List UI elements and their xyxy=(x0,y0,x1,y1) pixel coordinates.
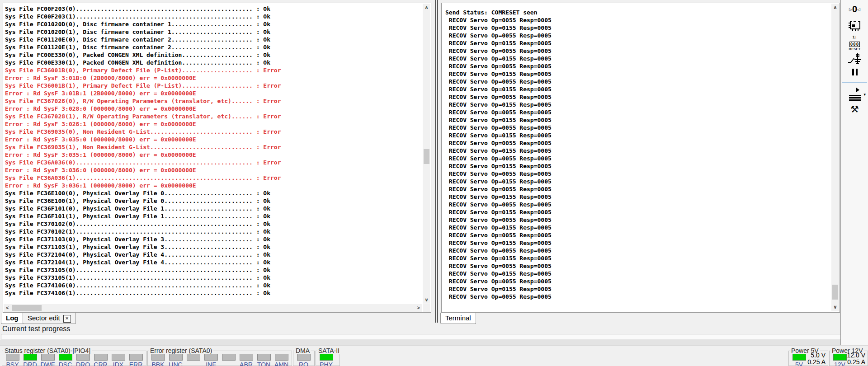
log-line: Sys File FC00F203(0)....................… xyxy=(5,5,414,13)
led-label: DRQ xyxy=(74,361,92,366)
IDX-led xyxy=(112,354,125,361)
led-label: IDX xyxy=(109,361,127,366)
log-line: Sys File FC00E330(1), Packed CONGEN XML … xyxy=(5,59,414,66)
log-line: RECOV Servo Op=0055 Resp=0005 xyxy=(445,247,827,254)
RQ-led xyxy=(297,354,311,361)
power-12v-amps: 0.25 A xyxy=(847,358,865,366)
terminal-vscroll-thumb[interactable] xyxy=(832,285,838,300)
log-vertical-scrollbar[interactable]: ∧ ∨ xyxy=(423,4,430,304)
power-12v-group: Power 12V 12V 12.0 V 0.25 A xyxy=(829,351,868,366)
app-window: Sys File FC00F203(0)....................… xyxy=(0,0,868,366)
log-line: Sys File FC374106(0)....................… xyxy=(5,282,414,289)
led-indicator: UNC xyxy=(167,354,184,366)
5V-led xyxy=(793,354,806,361)
log-line: RECOV Servo Op=0155 Resp=0005 xyxy=(445,208,827,216)
tab-terminal[interactable]: Terminal xyxy=(440,313,476,324)
log-line: Sys File FC370102(0)....................… xyxy=(5,220,414,228)
tab-log[interactable]: Log xyxy=(1,313,24,324)
terminal-content: Send Status: COMRESET seen RECOV Servo O… xyxy=(445,9,827,307)
chip-icon[interactable] xyxy=(841,19,868,33)
log-line: Error : Rd SysF 3:01B:1 (2B0000/8000) er… xyxy=(5,89,414,97)
log-line: Error : Rd SysF 3:036:0 (000000/8000) er… xyxy=(5,166,414,174)
log-line: Sys File FC367028(1), R/W Operating Para… xyxy=(5,113,414,120)
progress-bar xyxy=(1,334,868,339)
scroll-right-icon[interactable]: > xyxy=(415,304,422,312)
play-triangle-icon xyxy=(856,88,859,92)
right-toolbar: ▷0◁ 1↓ 000 RESET xyxy=(840,0,868,345)
close-icon[interactable]: ✕ xyxy=(63,315,71,323)
tools-icon[interactable]: ⚒ xyxy=(841,104,868,115)
log-line: Sys File FC01020D(0), Disc firmware cont… xyxy=(5,20,414,28)
start-test-icon[interactable]: ▾ xyxy=(841,86,868,102)
log-line: RECOV Servo Op=0155 Resp=0005 xyxy=(445,239,827,247)
log-line: Sys File FC373105(0)....................… xyxy=(5,266,414,274)
toolbar-separator xyxy=(842,82,867,83)
scroll-up-icon[interactable]: ∧ xyxy=(831,4,839,11)
log-line: RECOV Servo Op=0055 Resp=0005 xyxy=(445,231,827,239)
led-indicator: DRD xyxy=(21,354,39,366)
scroll-down-icon[interactable]: ∨ xyxy=(831,303,839,311)
recalibrate-zero-icon[interactable]: ▷0◁ xyxy=(841,4,868,15)
sata-group: SATA-II PHY xyxy=(316,351,340,366)
log-line: Error : Rd SysF 3:028:1 (000000/8000) er… xyxy=(5,120,414,128)
reset-counter-icon[interactable]: 1↓ 000 RESET xyxy=(841,35,868,51)
scrollbar-corner xyxy=(423,304,430,312)
tab-log-label: Log xyxy=(6,314,19,322)
log-line: RECOV Servo Op=0155 Resp=0005 xyxy=(445,224,827,231)
log-line: Error : Rd SysF 3:036:1 (000000/8000) er… xyxy=(5,182,414,189)
log-hscroll-thumb[interactable] xyxy=(12,305,42,311)
INF-led xyxy=(204,354,218,361)
log-line: Error : Rd SysF 3:028:0 (000000/8000) er… xyxy=(5,105,414,113)
led-label: DRD xyxy=(21,361,39,366)
power-5v-amps: 0.25 A xyxy=(807,358,826,366)
log-line: RECOV Servo Op=0155 Resp=0005 xyxy=(445,147,827,155)
led-label: DSC xyxy=(57,361,74,366)
log-vscroll-thumb[interactable] xyxy=(424,149,429,164)
log-horizontal-scrollbar[interactable]: < > xyxy=(4,304,422,312)
DRQ-led xyxy=(76,354,90,361)
log-line: Error : Rd SysF 3:035:1 (000000/8000) er… xyxy=(5,151,414,159)
status-register-title: Status register (SATA0)-[PIO4] xyxy=(3,347,92,354)
led-label: INF xyxy=(202,361,220,366)
led-indicator: CRR xyxy=(92,354,109,366)
log-line: RECOV Servo Op=0055 Resp=0005 xyxy=(445,78,827,85)
terminal-vertical-scrollbar[interactable]: ∧ ∨ xyxy=(831,4,839,311)
log-line: RECOV Servo Op=0155 Resp=0005 xyxy=(445,131,827,139)
ERR-led xyxy=(129,354,143,361)
progress-label: Current test progress xyxy=(2,325,70,333)
12V-led xyxy=(833,354,847,361)
led-label: PHY xyxy=(317,361,335,366)
power-5v-group: Power 5V 5V 5.0 V 0.25 A xyxy=(788,351,828,366)
log-line: RECOV Servo Op=0055 Resp=0005 xyxy=(445,124,827,131)
scroll-up-icon[interactable]: ∧ xyxy=(423,4,430,11)
log-line: Sys File FC01020D(1), Disc firmware cont… xyxy=(5,28,414,36)
panel-splitter[interactable] xyxy=(433,0,440,323)
power-switch-icon[interactable] xyxy=(841,52,868,68)
dropdown-caret-icon[interactable]: ▾ xyxy=(863,92,866,97)
log-line: RECOV Servo Op=0155 Resp=0005 xyxy=(445,85,827,93)
log-line: Sys File FC370102(1)....................… xyxy=(5,228,414,235)
scroll-left-icon[interactable]: < xyxy=(4,304,11,312)
left-triangle-icon: ▷ xyxy=(849,7,852,12)
log-line: Sys File FC367028(0), R/W Operating Para… xyxy=(5,97,414,105)
tab-sector-edit[interactable]: Sector edit✕ xyxy=(23,313,76,324)
log-line: RECOV Servo Op=0155 Resp=0005 xyxy=(445,162,827,170)
log-line: RECOV Servo Op=0055 Resp=0005 xyxy=(445,93,827,101)
terminal-panel: Send Status: COMRESET seen RECOV Servo O… xyxy=(441,3,840,313)
log-line: Error : Rd SysF 3:01B:0 (2B0000/8000) er… xyxy=(5,74,414,82)
pause-icon[interactable] xyxy=(841,69,868,77)
led-indicator: AMN xyxy=(273,354,290,366)
led-indicator: ERR xyxy=(127,354,145,366)
log-line: RECOV Servo Op=0055 Resp=0005 xyxy=(445,139,827,147)
log-line: Sys File FC372104(0), Physical Overlay F… xyxy=(5,251,414,258)
log-line: RECOV Servo Op=0155 Resp=0005 xyxy=(445,178,827,185)
zero-glyph: 0 xyxy=(852,4,857,14)
led-label: DWF xyxy=(39,361,57,366)
log-line: RECOV Servo Op=0055 Resp=0005 xyxy=(445,262,827,270)
scroll-down-icon[interactable]: ∨ xyxy=(423,296,430,304)
log-line: Sys File FC01120E(1), Disc firmware cont… xyxy=(5,43,414,51)
log-line: Sys File FC00E330(0), Packed CONGEN XML … xyxy=(5,51,414,59)
log-line: Sys File FC36E100(1), Physical Overlay F… xyxy=(5,197,414,205)
led-label: ABR xyxy=(237,361,255,366)
reset-label: RESET xyxy=(841,47,868,51)
